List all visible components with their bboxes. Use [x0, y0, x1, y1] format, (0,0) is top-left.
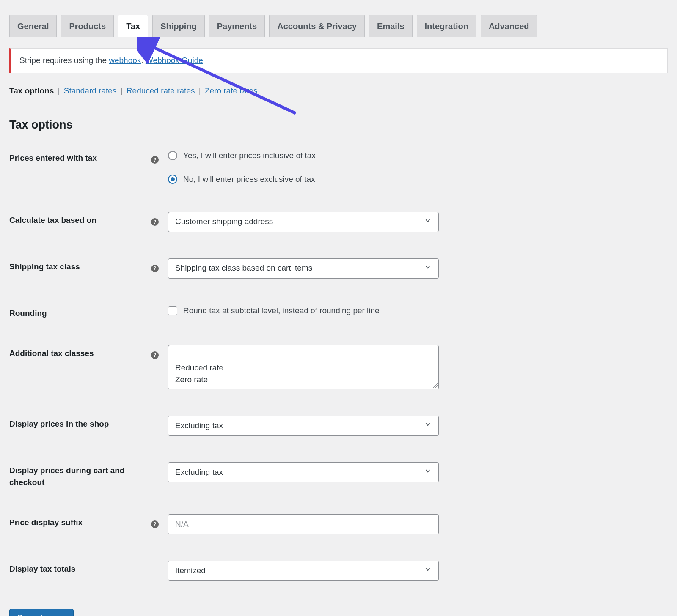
row-price-display-suffix: Price display suffix ? N/A [9, 514, 668, 534]
row-display-prices-in-shop: Display prices in the shop Excluding tax [9, 416, 668, 436]
tax-subnav: Tax options | Standard rates | Reduced r… [9, 85, 668, 97]
label-shipping-tax-class: Shipping tax class [9, 258, 151, 273]
input-price-display-suffix[interactable]: N/A [168, 514, 439, 534]
tab-integration[interactable]: Integration [417, 15, 476, 37]
stripe-webhook-notice: Stripe requires using the webhook. Webho… [9, 48, 668, 73]
row-prices-entered-with-tax: Prices entered with tax ? Yes, I will en… [9, 150, 668, 186]
radio-icon [168, 175, 177, 184]
label-display-tax-totals: Display tax totals [9, 561, 151, 575]
checkbox-rounding-label: Round tax at subtotal level, instead of … [183, 305, 380, 317]
tab-emails[interactable]: Emails [369, 15, 412, 37]
row-shipping-tax-class: Shipping tax class ? Shipping tax class … [9, 258, 668, 279]
page-title: Tax options [9, 116, 668, 134]
settings-tabs: General Products Tax Shipping Payments A… [9, 0, 668, 37]
chevron-down-icon [424, 420, 432, 432]
select-calculate-tax-based-on[interactable]: Customer shipping address [168, 212, 439, 232]
tab-advanced[interactable]: Advanced [481, 15, 537, 37]
select-display-tax-totals[interactable]: Itemized [168, 561, 439, 581]
label-price-display-suffix: Price display suffix [9, 514, 151, 528]
radio-prices-inclusive-label: Yes, I will enter prices inclusive of ta… [183, 150, 316, 162]
select-value: Excluding tax [175, 420, 223, 432]
chevron-down-icon [424, 466, 432, 479]
textarea-additional-tax-classes[interactable]: Reduced rate Zero rate [168, 345, 439, 389]
label-display-prices-in-shop: Display prices in the shop [9, 416, 151, 430]
label-prices-entered-with-tax: Prices entered with tax [9, 150, 151, 164]
form-actions: Save changes [9, 607, 668, 616]
label-display-prices-cart-checkout: Display prices during cart and checkout [9, 462, 151, 488]
select-shipping-tax-class[interactable]: Shipping tax class based on cart items [168, 258, 439, 279]
input-placeholder: N/A [175, 518, 189, 531]
tab-payments[interactable]: Payments [209, 15, 265, 37]
tab-general[interactable]: General [9, 15, 57, 37]
help-icon[interactable]: ? [151, 218, 159, 226]
radio-prices-exclusive[interactable]: No, I will enter prices exclusive of tax [168, 173, 668, 186]
resize-handle-icon[interactable] [432, 383, 438, 388]
select-value: Itemized [175, 565, 206, 577]
checkbox-rounding[interactable]: Round tax at subtotal level, instead of … [168, 305, 668, 317]
textarea-value: Reduced rate Zero rate [175, 363, 223, 384]
tab-products[interactable]: Products [61, 15, 114, 37]
row-rounding: Rounding Round tax at subtotal level, in… [9, 305, 668, 319]
checkbox-icon [168, 306, 177, 315]
row-calculate-tax-based-on: Calculate tax based on ? Customer shippi… [9, 212, 668, 232]
radio-prices-exclusive-label: No, I will enter prices exclusive of tax [183, 173, 315, 186]
help-icon[interactable]: ? [151, 156, 159, 164]
radio-prices-inclusive[interactable]: Yes, I will enter prices inclusive of ta… [168, 150, 668, 162]
notice-text-mid: . [141, 56, 146, 65]
subnav-standard-rates[interactable]: Standard rates [64, 86, 117, 95]
select-display-prices-in-shop[interactable]: Excluding tax [168, 416, 439, 436]
select-display-prices-cart-checkout[interactable]: Excluding tax [168, 462, 439, 482]
chevron-down-icon [424, 262, 432, 274]
tab-shipping[interactable]: Shipping [152, 15, 205, 37]
subnav-reduced-rate-rates[interactable]: Reduced rate rates [127, 86, 195, 95]
row-display-tax-totals: Display tax totals Itemized [9, 561, 668, 581]
help-icon[interactable]: ? [151, 520, 159, 528]
tab-accounts-privacy[interactable]: Accounts & Privacy [269, 15, 365, 37]
radio-icon [168, 151, 177, 160]
subnav-zero-rate-rates[interactable]: Zero rate rates [205, 86, 258, 95]
label-rounding: Rounding [9, 305, 151, 319]
save-changes-button[interactable]: Save changes [9, 609, 74, 616]
select-value: Excluding tax [175, 466, 223, 479]
chevron-down-icon [424, 565, 432, 577]
label-calculate-tax-based-on: Calculate tax based on [9, 212, 151, 226]
select-value: Shipping tax class based on cart items [175, 262, 312, 274]
row-display-prices-cart-checkout: Display prices during cart and checkout … [9, 462, 668, 488]
select-value: Customer shipping address [175, 216, 273, 228]
help-icon[interactable]: ? [151, 265, 159, 272]
row-additional-tax-classes: Additional tax classes ? Reduced rate Ze… [9, 345, 668, 389]
chevron-down-icon [424, 216, 432, 228]
help-icon[interactable]: ? [151, 351, 159, 359]
tab-tax[interactable]: Tax [118, 15, 148, 37]
notice-text-prefix: Stripe requires using the [19, 56, 109, 65]
webhook-link[interactable]: webhook [109, 56, 141, 65]
label-additional-tax-classes: Additional tax classes [9, 345, 151, 359]
subnav-tax-options[interactable]: Tax options [9, 86, 54, 95]
webhook-guide-link[interactable]: Webhook Guide [146, 56, 203, 65]
